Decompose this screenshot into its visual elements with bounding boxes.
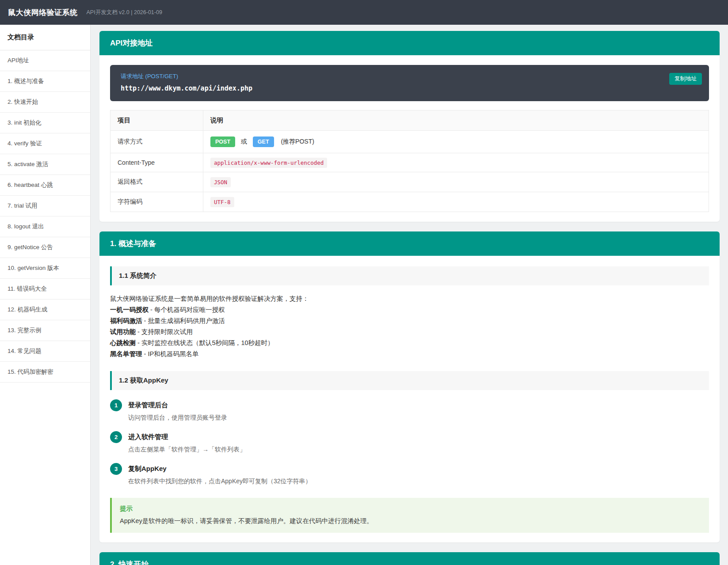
sidebar-item-quickstart[interactable]: 2. 快速开始	[0, 92, 90, 113]
sidebar-item-faq[interactable]: 14. 常见问题	[0, 341, 90, 362]
step-1-title: 登录管理后台	[128, 399, 227, 410]
sidebar-item-getversion[interactable]: 10. getVersion 版本	[0, 258, 90, 279]
content-type-code: application/x-www-form-urlencoded	[210, 158, 327, 168]
feature-desc: - 每个机器码对应唯一授权	[149, 306, 225, 313]
col-header-item: 项目	[111, 110, 203, 131]
sidebar-item-getnotice[interactable]: 9. getNotice 公告	[0, 237, 90, 258]
endpoint-code-block: 请求地址 (POST/GET) http://www.dkym.com/api/…	[110, 65, 709, 101]
sidebar-heading: 文档目录	[0, 25, 90, 50]
sidebar-item-machine-code[interactable]: 12. 机器码生成	[0, 300, 90, 320]
return-format-label: 返回格式	[111, 172, 203, 192]
feature-line: 福利码激活 - 批量生成福利码供用户激活	[110, 315, 709, 326]
content-type-label: Content-Type	[111, 153, 203, 172]
sidebar-item-error-codes[interactable]: 11. 错误码大全	[0, 279, 90, 300]
api-address-card-body: 请求地址 (POST/GET) http://www.dkym.com/api/…	[99, 55, 720, 222]
feature-name: 一机一码授权	[110, 306, 149, 313]
sidebar: 文档目录 API地址 1. 概述与准备 2. 快速开始 3. init 初始化 …	[0, 25, 91, 565]
method-label: 请求方式	[111, 131, 203, 153]
endpoint-label: 请求地址 (POST/GET)	[121, 72, 698, 80]
col-header-desc: 说明	[203, 110, 709, 131]
sidebar-item-full-example[interactable]: 13. 完整示例	[0, 320, 90, 341]
step-2-title: 进入软件管理	[128, 431, 246, 441]
page-layout: 文档目录 API地址 1. 概述与准备 2. 快速开始 3. init 初始化 …	[0, 25, 728, 565]
get-badge: GET	[253, 137, 274, 147]
table-row-content-type: Content-Type application/x-www-form-urle…	[111, 153, 709, 172]
api-info-table: 项目 说明 请求方式 POST 或 GET (推荐POST)	[110, 110, 709, 212]
sidebar-item-verify[interactable]: 4. verify 验证	[0, 133, 90, 154]
table-row-return-format: 返回格式 JSON	[111, 172, 709, 192]
sidebar-item-activate[interactable]: 5. activate 激活	[0, 154, 90, 175]
return-format-code: JSON	[210, 177, 231, 187]
feature-line: 试用功能 - 支持限时限次试用	[110, 326, 709, 337]
method-note: (推荐POST)	[281, 138, 314, 145]
feature-line: 一机一码授权 - 每个机器码对应唯一授权	[110, 304, 709, 315]
topbar: 鼠大侠网络验证系统 API开发文档 v2.0 | 2026-01-09	[0, 0, 728, 25]
quickstart-card: 2. 快速开始	[99, 552, 720, 565]
tip-text: AppKey是软件的唯一标识，请妥善保管，不要泄露给用户。建议在代码中进行混淆处…	[120, 517, 701, 525]
tip-label: 提示	[120, 504, 701, 513]
system-intro-paragraph: 鼠大侠网络验证系统是一套简单易用的软件授权验证解决方案，支持： 一机一码授权 -…	[110, 293, 709, 360]
sidebar-item-logout[interactable]: 8. logout 退出	[0, 216, 90, 237]
or-text: 或	[241, 138, 247, 145]
feature-line: 黑名单管理 - IP和机器码黑名单	[110, 349, 709, 360]
overview-card-body: 1.1 系统简介 鼠大侠网络验证系统是一套简单易用的软件授权验证解决方案，支持：…	[99, 256, 720, 542]
sidebar-item-trial[interactable]: 7. trial 试用	[0, 196, 90, 216]
feature-name: 心跳检测	[110, 339, 136, 346]
table-header-row: 项目 说明	[111, 110, 709, 131]
sidebar-item-heartbeat[interactable]: 6. heartbeat 心跳	[0, 175, 90, 196]
overview-card: 1. 概述与准备 1.1 系统简介 鼠大侠网络验证系统是一套简单易用的软件授权验…	[99, 231, 720, 542]
feature-desc: - 实时监控在线状态（默认5秒间隔，10秒超时）	[136, 339, 274, 346]
charset-label: 字符编码	[111, 192, 203, 212]
feature-desc: - 批量生成福利码供用户激活	[142, 317, 225, 324]
tip-box: 提示 AppKey是软件的唯一标识，请妥善保管，不要泄露给用户。建议在代码中进行…	[110, 498, 709, 533]
step-1: 1 登录管理后台 访问管理后台，使用管理员账号登录	[110, 399, 709, 422]
subsection-1-2-title: 1.2 获取AppKey	[110, 371, 709, 390]
sidebar-item-overview[interactable]: 1. 概述与准备	[0, 71, 90, 92]
feature-name: 试用功能	[110, 328, 136, 335]
quickstart-card-header: 2. 快速开始	[99, 552, 720, 565]
return-format-value: JSON	[203, 172, 709, 192]
intro-line: 鼠大侠网络验证系统是一套简单易用的软件授权验证解决方案，支持：	[110, 293, 709, 304]
api-address-card: API对接地址 请求地址 (POST/GET) http://www.dkym.…	[99, 31, 720, 222]
method-value: POST 或 GET (推荐POST)	[203, 131, 709, 153]
sidebar-item-api-address[interactable]: API地址	[0, 50, 90, 71]
feature-name: 福利码激活	[110, 317, 142, 324]
step-1-desc: 访问管理后台，使用管理员账号登录	[128, 414, 227, 422]
api-address-card-header: API对接地址	[99, 31, 720, 55]
step-3-title: 复制AppKey	[128, 463, 312, 473]
charset-code: UTF-8	[210, 197, 234, 207]
sidebar-item-init[interactable]: 3. init 初始化	[0, 113, 90, 133]
app-subtitle: API开发文档 v2.0 | 2026-01-09	[87, 9, 162, 16]
step-2: 2 进入软件管理 点击左侧菜单「软件管理」→「软件列表」	[110, 431, 709, 454]
table-row-method: 请求方式 POST 或 GET (推荐POST)	[111, 131, 709, 153]
main-content: API对接地址 请求地址 (POST/GET) http://www.dkym.…	[91, 25, 728, 565]
step-1-number: 1	[110, 399, 122, 411]
step-3-number: 3	[110, 463, 122, 475]
charset-value: UTF-8	[203, 192, 709, 212]
sidebar-item-encryption[interactable]: 15. 代码加密解密	[0, 362, 90, 383]
feature-desc: - IP和机器码黑名单	[142, 350, 199, 357]
app-title: 鼠大侠网络验证系统	[8, 8, 78, 18]
table-row-charset: 字符编码 UTF-8	[111, 192, 709, 212]
content-type-value: application/x-www-form-urlencoded	[203, 153, 709, 172]
feature-desc: - 支持限时限次试用	[136, 328, 193, 335]
feature-line: 心跳检测 - 实时监控在线状态（默认5秒间隔，10秒超时）	[110, 337, 709, 349]
step-3: 3 复制AppKey 在软件列表中找到您的软件，点击AppKey即可复制（32位…	[110, 463, 709, 485]
overview-card-header: 1. 概述与准备	[99, 231, 720, 256]
step-2-number: 2	[110, 431, 122, 443]
step-2-desc: 点击左侧菜单「软件管理」→「软件列表」	[128, 446, 246, 454]
subsection-1-1-title: 1.1 系统简介	[110, 266, 709, 285]
feature-name: 黑名单管理	[110, 350, 142, 357]
endpoint-url: http://www.dkym.com/api/index.php	[121, 84, 698, 92]
copy-address-button[interactable]: 复制地址	[669, 73, 702, 85]
post-badge: POST	[210, 137, 235, 147]
step-3-desc: 在软件列表中找到您的软件，点击AppKey即可复制（32位字符串）	[128, 478, 312, 485]
